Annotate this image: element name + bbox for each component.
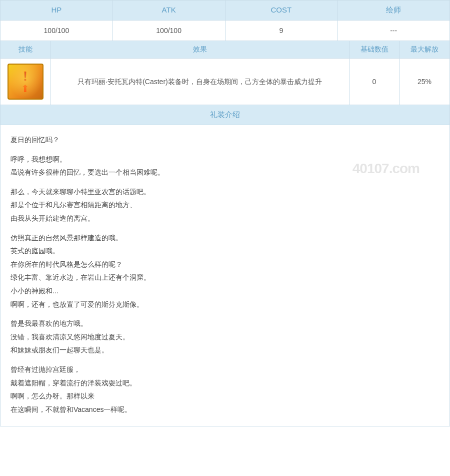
intro-paragraph-3: 仿照真正的自然风景那样建造的哦。英式的庭园哦。在你所在的时代风格是怎么样的呢？绿… [10, 231, 440, 311]
skill-icon-cell: ! ⬆ [0, 59, 50, 105]
painter-value: --- [338, 21, 450, 41]
hp-header: HP [0, 1, 113, 20]
base-col-header: 基础数值 [350, 41, 400, 58]
main-container: HP ATK COST 绘师 100/100 100/100 9 --- 技能 … [0, 0, 450, 426]
intro-paragraph-1: 呼呼，我想想啊。虽说有许多很棒的回忆，要选出一个相当困难呢。 [10, 153, 440, 179]
cost-header: COST [226, 1, 338, 20]
skill-row: ! ⬆ 只有玛丽·安托瓦内特(Caster)装备时，自身在场期间，己方全体的暴击… [0, 59, 450, 105]
intro-paragraph-4: 曾是我最喜欢的地方哦。没错，我喜欢清凉又悠闲地度过夏天。和妹妹或朋友们一起聊天也… [10, 317, 440, 357]
stats-header-row: HP ATK COST 绘师 [0, 1, 450, 21]
effect-col-header: 效果 [50, 41, 350, 58]
intro-header: 礼装介绍 [0, 105, 450, 125]
intro-paragraphs: 夏日的回忆吗？呼呼，我想想啊。虽说有许多很棒的回忆，要选出一个相当困难呢。那么，… [10, 133, 440, 416]
intro-body: 40107.com 夏日的回忆吗？呼呼，我想想啊。虽说有许多很棒的回忆，要选出一… [0, 125, 450, 426]
skill-effect: 只有玛丽·安托瓦内特(Caster)装备时，自身在场期间，己方全体的暴击威力提升 [50, 59, 350, 105]
painter-header: 绘师 [338, 1, 450, 20]
skill-header-row: 技能 效果 基础数值 最大解放 [0, 41, 450, 59]
stats-data-row: 100/100 100/100 9 --- [0, 21, 450, 41]
arrow-up-icon: ⬆ [21, 84, 30, 94]
skill-col-header: 技能 [0, 41, 50, 58]
intro-paragraph-0: 夏日的回忆吗？ [10, 133, 440, 147]
max-col-header: 最大解放 [400, 41, 450, 58]
intro-paragraph-5: 曾经有过抛掉宫廷服，戴着遮阳帽，穿着流行的洋装戏耍过吧。啊啊，怎么办呀。那样以来… [10, 363, 440, 416]
hp-value: 100/100 [0, 21, 113, 41]
skill-max-value: 25% [400, 59, 450, 105]
skill-icon: ! ⬆ [8, 64, 44, 100]
intro-paragraph-2: 那么，今天就来聊聊小特里亚农宫的话题吧。那是个位于和凡尔赛宫相隔距离的地方、由我… [10, 185, 440, 225]
skill-base-value: 0 [350, 59, 400, 105]
atk-value: 100/100 [113, 21, 226, 41]
atk-header: ATK [113, 1, 226, 20]
cost-value: 9 [226, 21, 338, 41]
exclaim-icon: ! [23, 70, 28, 83]
